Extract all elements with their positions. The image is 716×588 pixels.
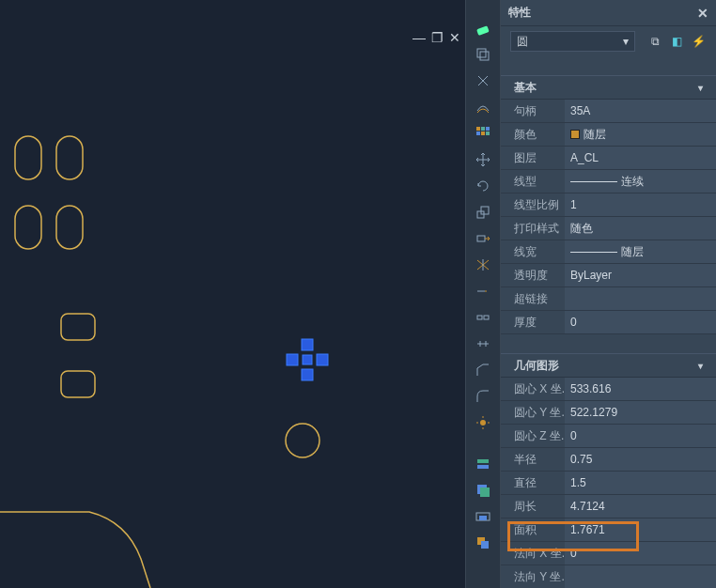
property-row: 超链接 [501, 287, 716, 311]
property-label: 线型 [501, 170, 565, 193]
property-label: 圆心 X 坐... [501, 378, 565, 400]
property-value[interactable]: 4.7124 [565, 495, 716, 518]
property-label: 法向 Y 坐... [501, 565, 565, 588]
copy-icon[interactable] [471, 43, 495, 66]
property-row: 圆心 X 坐...533.616 [501, 378, 716, 401]
svg-rect-25 [484, 316, 489, 319]
panel-header: 特性 ✕ [501, 0, 716, 26]
svg-point-6 [286, 424, 319, 457]
property-row: 线型比例1 [501, 193, 716, 217]
property-label: 法向 X 坐... [501, 542, 565, 565]
stretch-icon[interactable] [471, 227, 495, 250]
scale-icon[interactable] [471, 201, 495, 224]
drawing-canvas[interactable] [0, 0, 465, 588]
toggle-pickadd-icon[interactable]: ◧ [668, 33, 685, 50]
svg-rect-8 [302, 369, 313, 380]
layer-tool-4-icon[interactable] [471, 532, 495, 554]
property-value[interactable]: 0 [565, 425, 716, 447]
break-icon[interactable] [471, 306, 495, 329]
svg-rect-0 [15, 136, 41, 179]
mirror-icon[interactable] [471, 70, 495, 92]
explode-icon[interactable] [471, 411, 495, 434]
property-value[interactable] [565, 287, 716, 310]
property-value[interactable]: 1.7671 [565, 518, 716, 541]
fillet-icon[interactable] [471, 385, 495, 408]
svg-rect-20 [486, 132, 490, 135]
svg-rect-10 [317, 354, 328, 365]
property-value[interactable] [565, 565, 716, 588]
property-value[interactable]: 0 [565, 311, 716, 333]
svg-rect-22 [481, 207, 489, 214]
section-geom-title: 几何图形 [514, 358, 559, 374]
svg-rect-9 [287, 354, 298, 365]
layer-tool-2-icon[interactable] [471, 479, 495, 502]
property-row: 图层A_CL [501, 147, 716, 170]
eraser-icon[interactable] [471, 17, 495, 39]
array-icon[interactable] [471, 122, 495, 145]
svg-rect-2 [15, 206, 41, 249]
rotate-icon[interactable] [471, 175, 495, 197]
svg-rect-30 [480, 487, 490, 497]
minimize-button[interactable]: — [412, 30, 426, 45]
property-value[interactable]: 0 [565, 542, 716, 565]
object-type-select[interactable]: 圆 ▾ [510, 31, 635, 52]
collapse-icon: ▾ [698, 83, 703, 93]
property-label: 面积 [501, 518, 565, 541]
property-row: 圆心 Y 坐...522.1279 [501, 401, 716, 425]
property-label: 周长 [501, 495, 565, 518]
property-value[interactable]: 522.1279 [565, 401, 716, 424]
section-geom-header[interactable]: 几何图形 ▾ [501, 353, 716, 378]
panel-close-button[interactable]: ✕ [697, 6, 708, 21]
join-icon[interactable] [471, 333, 495, 355]
extend-icon[interactable] [471, 280, 495, 302]
quick-select-icon[interactable]: ⧉ [646, 33, 663, 50]
svg-rect-3 [56, 206, 83, 249]
svg-rect-15 [476, 127, 480, 131]
property-value[interactable]: ByLayer [565, 264, 716, 286]
section-basic-header[interactable]: 基本 ▾ [501, 75, 716, 100]
svg-rect-24 [477, 316, 482, 319]
window-controls: — ❐ ✕ [412, 30, 460, 45]
svg-rect-14 [480, 52, 489, 60]
trim-icon[interactable] [471, 254, 495, 276]
chamfer-icon[interactable] [471, 359, 495, 381]
svg-rect-7 [302, 339, 313, 350]
property-label: 图层 [501, 147, 565, 169]
layer-tool-3-icon[interactable] [471, 505, 495, 528]
property-row: 厚度0 [501, 311, 716, 334]
property-row: 周长4.7124 [501, 495, 716, 518]
property-row: 打印样式随色 [501, 217, 716, 240]
property-value[interactable]: 随色 [565, 217, 716, 240]
property-value[interactable]: 1 [565, 193, 716, 216]
svg-rect-27 [477, 459, 489, 463]
close-window-button[interactable]: ✕ [449, 30, 460, 45]
property-label: 直径 [501, 472, 565, 494]
restore-button[interactable]: ❐ [431, 30, 444, 45]
property-value[interactable]: A_CL [565, 147, 716, 169]
object-type-value: 圆 [517, 34, 528, 50]
property-value[interactable]: 35A [565, 100, 716, 122]
property-label: 颜色 [501, 123, 565, 146]
offset-icon[interactable] [471, 96, 495, 118]
vertical-toolbar [465, 0, 501, 588]
object-type-row: 圆 ▾ ⧉ ◧ ⚡ [501, 26, 716, 56]
property-value[interactable]: 1.5 [565, 472, 716, 494]
property-value[interactable]: 随层 [565, 123, 716, 146]
property-label: 半径 [501, 448, 565, 471]
svg-rect-19 [481, 132, 485, 135]
layer-tool-1-icon[interactable] [471, 453, 495, 475]
property-label: 线型比例 [501, 193, 565, 216]
property-row: 半径0.75 [501, 448, 716, 472]
property-value[interactable]: 533.616 [565, 378, 716, 400]
chevron-down-icon: ▾ [623, 35, 629, 48]
property-value[interactable]: 连续 [565, 170, 716, 193]
property-row: 圆心 Z 坐...0 [501, 425, 716, 448]
property-value[interactable]: 随层 [565, 240, 716, 263]
quick-properties-icon[interactable]: ⚡ [690, 33, 707, 50]
move-icon[interactable] [471, 148, 495, 171]
property-label: 圆心 Y 坐... [501, 401, 565, 424]
property-value[interactable]: 0.75 [565, 448, 716, 471]
svg-point-26 [480, 420, 486, 426]
property-label: 圆心 Z 坐... [501, 425, 565, 447]
svg-rect-32 [479, 516, 487, 520]
